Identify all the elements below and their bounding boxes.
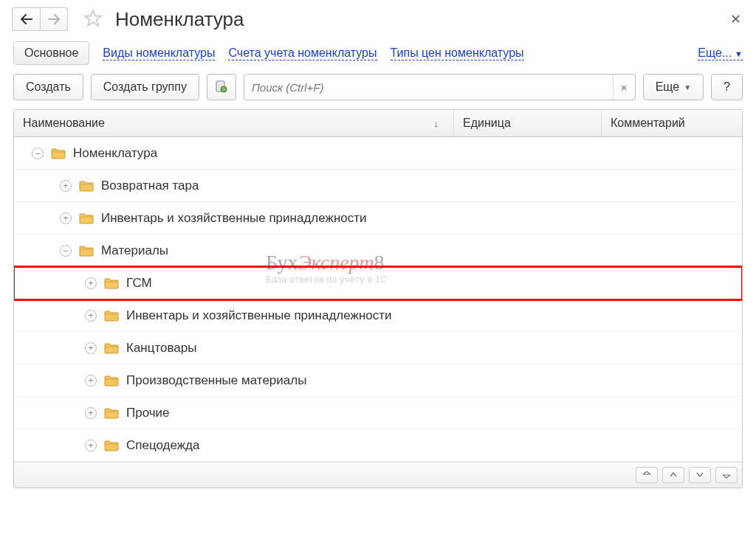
more-actions-button[interactable]: Еще ▼ bbox=[643, 74, 704, 100]
tree-row-label: Производственные материалы bbox=[126, 373, 306, 388]
folder-icon bbox=[104, 375, 119, 387]
tree-row[interactable]: +Спецодежда bbox=[14, 429, 742, 462]
tree-row[interactable]: +Прочие bbox=[14, 397, 742, 429]
tab-link-more[interactable]: Еще...▼ bbox=[698, 46, 743, 60]
tab-main[interactable]: Основное bbox=[13, 41, 89, 65]
svg-point-1 bbox=[221, 86, 227, 92]
column-header-unit[interactable]: Единица bbox=[454, 110, 602, 136]
data-table: Наименование ↓ Единица Комментарий −Номе… bbox=[13, 109, 743, 488]
help-button[interactable]: ? bbox=[711, 74, 743, 100]
column-header-comment[interactable]: Комментарий bbox=[602, 110, 742, 136]
chevron-down-icon: ▼ bbox=[735, 49, 743, 58]
tree-expander[interactable]: + bbox=[60, 212, 72, 224]
column-header-row: Наименование ↓ Единица Комментарий bbox=[14, 110, 742, 137]
arrow-left-icon bbox=[20, 14, 33, 24]
scroll-bottom-icon bbox=[722, 471, 731, 479]
folder-icon bbox=[104, 277, 119, 289]
column-header-name-label: Наименование bbox=[23, 117, 105, 130]
nav-forward-button[interactable] bbox=[40, 7, 68, 31]
more-actions-label: Еще bbox=[656, 80, 680, 94]
tree-expander[interactable]: + bbox=[85, 277, 97, 289]
tree-row[interactable]: +Инвентарь и хозяйственные принадлежност… bbox=[14, 202, 742, 235]
tree-row-label: Номенклатура bbox=[73, 146, 157, 161]
tree-expander[interactable]: + bbox=[60, 180, 72, 192]
scroll-bottom-button[interactable] bbox=[715, 467, 738, 483]
chevron-down-icon: ▼ bbox=[684, 83, 691, 91]
document-icon bbox=[215, 80, 228, 94]
tab-link-accounts[interactable]: Счета учета номенклатуры bbox=[228, 46, 377, 60]
sort-indicator-icon: ↓ bbox=[434, 118, 439, 129]
tab-link-more-label: Еще... bbox=[698, 46, 732, 59]
search-input[interactable] bbox=[244, 77, 613, 98]
favorite-star-icon[interactable] bbox=[83, 8, 103, 31]
caret-up-icon bbox=[670, 472, 677, 478]
table-scroll-nav bbox=[14, 462, 742, 488]
tree-row[interactable]: −Номенклатура bbox=[14, 137, 742, 170]
search-clear-button[interactable]: × bbox=[613, 75, 635, 100]
nav-back-button[interactable] bbox=[12, 7, 40, 31]
tree-row-label: Канцтовары bbox=[126, 341, 197, 356]
tree-row-label: Возвратная тара bbox=[101, 179, 199, 193]
tree-row-label: Материалы bbox=[101, 243, 168, 258]
scroll-top-button[interactable] bbox=[636, 467, 658, 483]
caret-down-icon bbox=[696, 472, 704, 478]
tree-row-label: Прочие bbox=[126, 406, 170, 420]
arrow-right-icon bbox=[47, 14, 61, 24]
folder-icon bbox=[51, 148, 66, 159]
close-button[interactable]: ✕ bbox=[727, 8, 744, 30]
tree-row[interactable]: +Канцтовары bbox=[14, 332, 742, 364]
folder-icon bbox=[104, 310, 119, 322]
page-title: Номенклатура bbox=[115, 8, 244, 31]
search-field[interactable]: × bbox=[244, 74, 636, 100]
scroll-down-button[interactable] bbox=[689, 467, 711, 483]
tree-row[interactable]: +Возвратная тара bbox=[14, 170, 742, 202]
tree-row[interactable]: +Производственные материалы bbox=[14, 364, 742, 397]
tree-expander[interactable]: + bbox=[85, 375, 97, 387]
attach-file-button[interactable] bbox=[207, 74, 236, 100]
folder-icon bbox=[79, 180, 94, 192]
folder-icon bbox=[104, 342, 119, 354]
column-header-name[interactable]: Наименование ↓ bbox=[14, 110, 454, 136]
folder-icon bbox=[104, 440, 119, 451]
tree-row-label: Инвентарь и хозяйственные принадлежности bbox=[126, 308, 392, 323]
tab-link-types[interactable]: Виды номенклатуры bbox=[103, 46, 215, 60]
tab-link-price-types[interactable]: Типы цен номенклатуры bbox=[391, 46, 524, 60]
tree-row-label: ГСМ bbox=[126, 276, 152, 291]
folder-icon bbox=[104, 407, 119, 419]
tree-row-label: Инвентарь и хозяйственные принадлежности bbox=[101, 211, 367, 226]
tree-expander[interactable]: + bbox=[85, 440, 97, 451]
tree-expander[interactable]: + bbox=[85, 342, 97, 354]
scroll-up-button[interactable] bbox=[662, 467, 684, 483]
create-button[interactable]: Создать bbox=[13, 74, 83, 100]
tree-row-label: Спецодежда bbox=[126, 438, 200, 453]
create-group-button[interactable]: Создать группу bbox=[91, 74, 199, 100]
folder-icon bbox=[79, 245, 94, 257]
scroll-top-icon bbox=[642, 471, 651, 479]
tree-row[interactable]: +ГСМ bbox=[14, 267, 742, 299]
tree-row[interactable]: +Инвентарь и хозяйственные принадлежност… bbox=[14, 299, 742, 332]
tree-expander[interactable]: + bbox=[85, 310, 97, 322]
tree-expander[interactable]: − bbox=[32, 148, 44, 159]
tree-row[interactable]: −Материалы bbox=[14, 235, 742, 267]
folder-icon bbox=[79, 212, 94, 224]
tree-expander[interactable]: + bbox=[85, 407, 97, 419]
tree-expander[interactable]: − bbox=[60, 245, 72, 257]
